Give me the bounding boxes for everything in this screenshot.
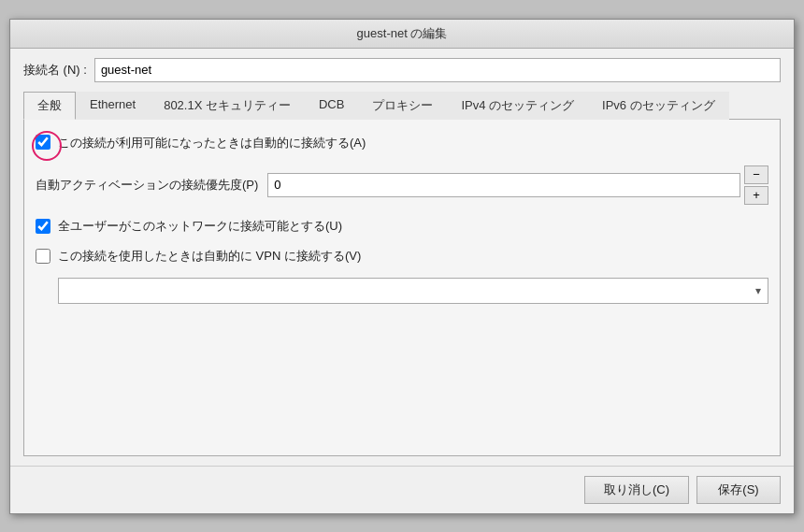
tab-general[interactable]: 全般: [23, 92, 76, 120]
all-users-checkbox[interactable]: [36, 219, 50, 234]
tab-content-general: この接続が利用可能になったときは自動的に接続する(A) 自動アクティベーションの…: [23, 120, 781, 456]
connection-name-label: 接続名 (N) :: [23, 62, 87, 79]
tabs-bar: 全般 Ethernet 802.1X セキュリティー DCB プロキシー IPv…: [23, 92, 781, 120]
vpn-auto-connect-checkbox[interactable]: [36, 249, 50, 264]
tab-proxy[interactable]: プロキシー: [358, 92, 447, 120]
vpn-auto-connect-label[interactable]: この接続を使用したときは自動的に VPN に接続する(V): [58, 248, 361, 265]
priority-minus-button[interactable]: −: [744, 165, 768, 184]
connection-name-row: 接続名 (N) :: [23, 58, 781, 82]
auto-connect-checkbox-wrapper: [36, 135, 58, 152]
tab-dcb[interactable]: DCB: [305, 92, 358, 120]
priority-row: 自動アクティベーションの接続優先度(P) − +: [36, 165, 768, 205]
tab-ipv4[interactable]: IPv4 のセッティング: [447, 92, 588, 120]
tab-ipv6[interactable]: IPv6 のセッティング: [588, 92, 729, 120]
vpn-auto-connect-row: この接続を使用したときは自動的に VPN に接続する(V): [36, 248, 768, 265]
dialog-title: guest-net の編集: [357, 26, 448, 40]
connection-name-input[interactable]: [94, 58, 781, 82]
auto-connect-checkbox[interactable]: [36, 135, 50, 150]
dialog-footer: 取り消し(C) 保存(S): [10, 466, 794, 513]
tab-ethernet[interactable]: Ethernet: [76, 92, 150, 120]
vpn-dropdown-row: [58, 278, 768, 304]
vpn-dropdown[interactable]: [58, 278, 768, 304]
all-users-label[interactable]: 全ユーザーがこのネットワークに接続可能とする(U): [58, 218, 342, 235]
auto-connect-row: この接続が利用可能になったときは自動的に接続する(A): [36, 135, 768, 152]
all-users-row: 全ユーザーがこのネットワークに接続可能とする(U): [36, 218, 768, 235]
priority-plus-button[interactable]: +: [744, 186, 768, 205]
priority-label: 自動アクティベーションの接続優先度(P): [36, 177, 258, 194]
tab-8021x[interactable]: 802.1X セキュリティー: [150, 92, 305, 120]
cancel-button[interactable]: 取り消し(C): [584, 476, 689, 504]
priority-spinner: − +: [744, 165, 768, 205]
save-button[interactable]: 保存(S): [696, 476, 781, 504]
priority-input[interactable]: [267, 173, 740, 197]
dialog-body: 接続名 (N) : 全般 Ethernet 802.1X セキュリティー DCB…: [10, 49, 794, 466]
dialog-titlebar: guest-net の編集: [10, 20, 794, 49]
main-dialog: guest-net の編集 接続名 (N) : 全般 Ethernet 802.…: [9, 19, 795, 514]
auto-connect-label[interactable]: この接続が利用可能になったときは自動的に接続する(A): [58, 135, 366, 151]
vpn-dropdown-wrapper: [58, 278, 768, 304]
